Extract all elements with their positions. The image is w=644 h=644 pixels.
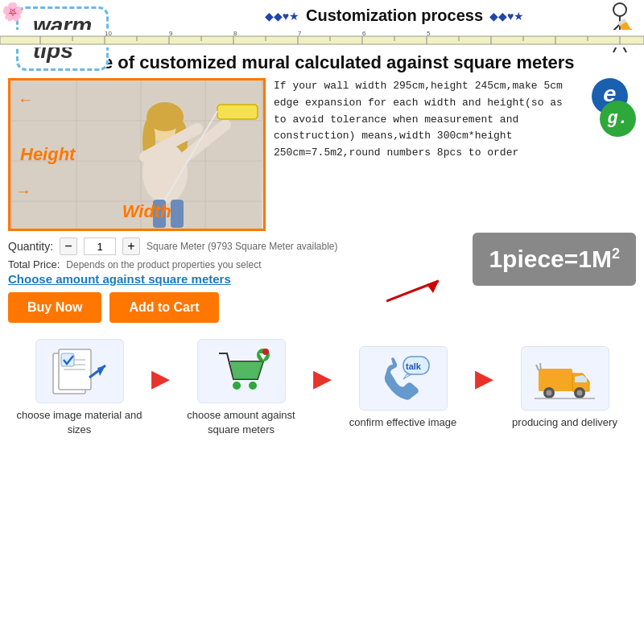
svg-point-64 (249, 382, 257, 390)
svg-point-75 (577, 390, 583, 395)
width-label: Width (122, 201, 171, 222)
svg-line-78 (540, 363, 541, 370)
flower-decoration-left: 🌸 (2, 2, 23, 23)
step-2-label: choose amount against square meters (177, 408, 306, 437)
arrow-right: → (15, 182, 31, 200)
step-1-icon-box (35, 339, 124, 403)
svg-point-67 (262, 349, 269, 355)
svg-line-77 (536, 365, 539, 370)
steps-section: choose image material and sizes ▶ choose… (0, 331, 644, 444)
add-to-cart-button[interactable]: Add to Cart (109, 292, 218, 323)
step-3-icon-box: talk (359, 346, 448, 411)
truck-icon (535, 353, 595, 405)
arrow-up: ↑ (15, 97, 34, 105)
piece-label-box: 1piece=1M2 (473, 233, 636, 286)
svg-rect-71 (539, 369, 572, 391)
measurement-image: Height Width ↑ → (8, 78, 266, 231)
top-header: warm tips 🌸 ◆◆♥★ Customization process ◆… (0, 0, 644, 28)
buy-now-button[interactable]: Buy Now (8, 292, 101, 323)
quantity-label: Quantity: (8, 240, 53, 253)
decorative-right: ◆◆♥★ (489, 10, 524, 23)
svg-rect-49 (217, 105, 258, 119)
example-text-area: If your wall width 295cm,height 245cm,ma… (274, 78, 636, 231)
svg-text:8: 8 (233, 30, 237, 37)
eg-badge: e g. (580, 78, 636, 134)
buttons-row: Buy Now Add to Cart (8, 292, 636, 323)
height-label: Height (20, 144, 75, 165)
quantity-increase-button[interactable]: + (122, 237, 140, 255)
svg-text:5: 5 (427, 30, 431, 37)
quantity-decrease-button[interactable]: − (60, 237, 77, 255)
customization-title: Customization process (306, 6, 483, 25)
cart-icon (211, 345, 271, 398)
svg-text:10: 10 (105, 30, 112, 37)
step-2-icon-box (197, 339, 286, 403)
step-3-label: confirm effective image (349, 415, 456, 430)
step-4-label: producing and delivery (512, 415, 617, 430)
red-arrow (386, 273, 451, 308)
papers-icon (49, 345, 109, 398)
total-price-value: Depends on the product properties you se… (66, 259, 261, 270)
step-2-choose-amount: choose amount against square meters (177, 339, 306, 437)
svg-point-73 (547, 390, 552, 395)
decorative-left: ◆◆♥★ (265, 10, 299, 23)
svg-text:9: 9 (169, 30, 173, 37)
total-price-label: Total Price: (8, 258, 60, 270)
svg-text:7: 7 (298, 30, 302, 37)
purchase-section: Quantity: − + Square Meter (9793 Square … (0, 231, 644, 331)
svg-point-63 (233, 382, 241, 390)
main-content: Height Width ↑ → If your wall width 295c… (0, 78, 644, 231)
quantity-unit: Square Meter (9793 Square Meter availabl… (147, 241, 337, 252)
step-arrow-1: ▶ (151, 364, 170, 392)
svg-rect-9 (0, 36, 644, 44)
quantity-input[interactable] (84, 237, 116, 255)
step-arrow-2: ▶ (313, 364, 332, 392)
svg-marker-54 (427, 281, 439, 293)
step-3-confirm-image: talk confirm effective image (339, 346, 468, 430)
step-4-producing-delivery: producing and delivery (501, 346, 630, 430)
svg-point-0 (613, 3, 626, 16)
svg-marker-69 (403, 374, 411, 379)
ruler: /* ruler ticks rendered below */ 10 9 8 … (0, 30, 644, 47)
svg-marker-62 (97, 365, 105, 376)
step-1-label: choose image material and sizes (15, 408, 144, 437)
svg-text:talk: talk (406, 361, 422, 371)
eg-green: g. (600, 101, 636, 137)
step-4-icon-box (521, 346, 609, 411)
step-arrow-3: ▶ (475, 364, 493, 392)
chat-icon: talk (373, 353, 433, 405)
svg-rect-52 (171, 200, 184, 228)
svg-text:6: 6 (362, 30, 366, 37)
step-1-choose-image: choose image material and sizes (15, 339, 144, 437)
